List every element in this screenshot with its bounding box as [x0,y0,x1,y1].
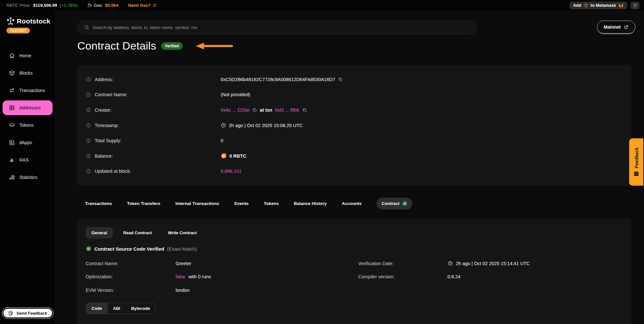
rootstock-settings-button[interactable] [630,2,639,9]
brand-name: Rootstock [17,17,50,25]
bar-chart-icon [9,174,15,181]
subtab-read-contract[interactable]: Read Contract [117,227,158,238]
verified-badge: Verified [161,42,183,50]
sidebar: Rootstock TESTNET Home Blocks Transactio… [0,11,55,324]
send-feedback-button[interactable]: Send Feedback [2,307,53,319]
field-value: london [176,288,358,293]
to-metamask-label: to Metamask [591,3,616,8]
search-icon [84,25,89,30]
code-tab-code[interactable]: Code [86,303,108,314]
add-to-metamask-button[interactable]: Add to Metamask [570,2,627,9]
clock-icon [221,123,226,128]
tab-contract-label: Contract [381,201,399,206]
tab-balance-history[interactable]: Balance History [294,201,327,206]
field-label: EVM Version: [86,288,176,293]
search-bar[interactable] [77,21,477,34]
coin-icon [9,122,15,128]
field-label: Compiler version: [358,274,447,279]
tab-transactions[interactable]: Transactions [85,201,112,206]
sidebar-item-home[interactable]: Home [0,47,55,64]
grid-plus-icon [9,139,15,146]
detail-row-balance: Balance: B 0 RBTC [77,148,631,164]
gas-label: Gas: [94,3,103,8]
clock-icon [447,261,453,266]
timestamp-value: 2h ago | Oct 02 2025 15:06:25 UTC [229,123,303,128]
sidebar-item-addresses[interactable]: Addresses [3,100,53,115]
swap-arrows-icon [9,87,15,94]
subtab-write-contract[interactable]: Write Contract [162,227,202,238]
source-verified-match: (Exact Match) [167,246,197,252]
tab-contract[interactable]: Contract [377,198,412,209]
tab-token-transfers[interactable]: Token Transfers [127,201,160,206]
rbtc-price-change: (+1.78%) [60,3,77,8]
info-icon [86,92,91,97]
tab-internal-transactions[interactable]: Internal Transactions [176,201,219,206]
sidebar-item-dapps[interactable]: dApps [0,134,55,151]
detail-row-updated-block: Updated at block: 6,886,101 [77,164,631,179]
info-icon [86,123,91,128]
verification-date-value: 2h ago | Oct 02 2025 15:14:41 UTC [456,261,530,266]
need-gas-link[interactable]: Need Gas? [128,3,157,8]
contract-tab-panel: General Read Contract Write Contract Con… [77,219,631,324]
sidebar-item-statistics[interactable]: Statistics [0,169,55,186]
mainnet-button[interactable]: Mainnet [597,21,635,33]
sidebar-item-label: Blocks [19,70,33,76]
updated-block-label: Updated at block: [95,169,131,174]
rbtc-price-label: RBTC Price: [6,3,31,8]
rootstock-flower-gray-icon [633,3,638,8]
address-label: Address: [95,77,113,82]
detail-row-address: Address: 0xC5D2B6b48162C7728c9A008612D64… [77,72,631,87]
sidebar-item-tokens[interactable]: Tokens [0,116,55,134]
tab-tokens[interactable]: Tokens [264,201,279,206]
copy-icon[interactable] [302,107,307,113]
field-evm-version: EVM Version: london [86,283,358,297]
rootstock-logo[interactable]: Rootstock [0,17,55,25]
info-icon [86,138,91,143]
code-tab-bytecode[interactable]: Bytecode [126,303,156,314]
field-verification-date: Verification Date: 2h ago | Oct 02 2025 … [358,257,623,270]
info-icon [86,77,91,82]
updated-block-link[interactable]: 6,886,101 [221,169,242,174]
home-icon [9,52,15,59]
optimization-flag: false [176,274,186,279]
search-input[interactable] [93,25,470,30]
note-pencil-icon [8,310,14,316]
svg-text:B: B [223,154,225,158]
contract-name-label: Contract Name: [95,92,128,97]
copy-icon[interactable] [338,77,343,82]
field-label: Optimization: [86,274,176,279]
optimization-runs: with 0 runs [188,274,211,279]
testnet-badge: TESTNET [6,28,30,33]
sidebar-item-label: Transactions [19,88,45,93]
detail-row-creator: Creator: 0xAc ... CD5e at txn 0xf3 ... 6… [77,102,631,118]
sidebar-item-blocks[interactable]: Blocks [0,64,55,82]
sidebar-item-label: Statistics [19,175,37,180]
tab-accounts[interactable]: Accounts [342,201,362,206]
code-tab-abi[interactable]: ABI [108,303,126,314]
sidebar-item-label: Home [19,53,31,58]
info-icon [86,107,91,113]
external-link-icon [152,3,157,7]
total-supply-value: 0 [221,138,223,143]
balance-label: Balance: [95,153,113,159]
sidebar-item-ras[interactable]: RAS [0,151,55,169]
creation-txn-link[interactable]: 0xf3 ... 6fb6 [275,107,299,113]
check-circle-icon [86,246,91,252]
topbar: RBTC Price: $119,506.99 (+1.78%) Gas: $0… [0,0,644,11]
address-value: 0xC5D2B6b48162C7728c9A008612D64FA8530A16… [221,77,335,82]
need-gas-label: Need Gas? [128,3,151,8]
page-title: Contract Details [77,40,156,52]
contract-details-panel: Address: 0xC5D2B6b48162C7728c9A008612D64… [77,65,631,186]
detail-row-contract-name: Contract Name: (Not provided) [77,87,631,103]
field-compiler-version: Compiler version: 0.8.24 [358,270,623,284]
sidebar-item-label: Addresses [19,105,41,110]
subtab-general[interactable]: General [86,227,113,238]
feedback-side-tab[interactable]: Feedback [629,138,643,186]
rootstock-tree-icon [6,17,15,25]
gas-value: $0.064 [105,3,118,8]
copy-icon[interactable] [252,107,257,113]
sidebar-item-transactions[interactable]: Transactions [0,82,55,99]
creator-address-link[interactable]: 0xAc ... CD5e [221,107,249,113]
tab-events[interactable]: Events [234,201,248,206]
annotation-arrow-icon [196,42,234,50]
